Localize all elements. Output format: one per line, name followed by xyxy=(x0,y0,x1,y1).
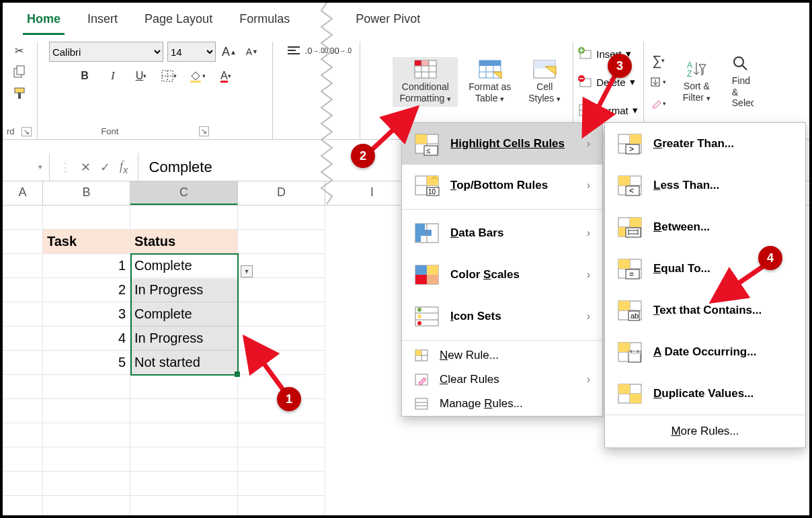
borders-button[interactable]: ▾ xyxy=(160,67,179,85)
menu-data-bars[interactable]: Data Bars › xyxy=(402,212,602,254)
col-header-D[interactable]: D xyxy=(238,181,325,205)
table-row[interactable]: Complete xyxy=(130,302,238,327)
cancel-formula-icon[interactable]: ✕ xyxy=(81,160,91,175)
clipboard-launcher[interactable]: rd ↘ xyxy=(7,122,32,139)
menu-manage-rules[interactable]: Manage Rules... xyxy=(402,392,602,416)
cell-task-header[interactable]: Task xyxy=(43,230,130,254)
align-left-icon[interactable] xyxy=(284,42,303,59)
chevron-right-icon: › xyxy=(587,138,590,150)
date-occurring-icon xyxy=(617,341,643,363)
svg-rect-111 xyxy=(618,343,630,352)
cell-status-header[interactable]: Status xyxy=(130,230,238,254)
tab-home[interactable]: Home xyxy=(23,9,65,35)
tab-formulas[interactable]: Formulas xyxy=(235,9,294,35)
svg-rect-69 xyxy=(415,350,421,355)
insert-cells-icon xyxy=(579,48,592,60)
conditional-formatting-icon xyxy=(414,60,437,79)
menu-new-rule[interactable]: New Rule... xyxy=(402,343,602,368)
menu-color-scales[interactable]: Color Scales › xyxy=(402,254,602,296)
menu-between[interactable]: Between... xyxy=(605,206,805,248)
table-row[interactable]: 5 xyxy=(43,351,130,375)
svg-rect-2 xyxy=(15,88,24,93)
svg-rect-57 xyxy=(427,265,438,275)
decrease-font-icon[interactable]: A▼ xyxy=(243,43,261,60)
find-icon xyxy=(732,55,749,73)
font-name-select[interactable]: Calibri xyxy=(49,42,163,62)
enter-formula-icon[interactable]: ✓ xyxy=(100,160,110,175)
copy-icon[interactable] xyxy=(10,63,29,81)
formula-value[interactable]: Complete xyxy=(138,159,223,176)
menu-date-occurring[interactable]: A Date Occurring... xyxy=(605,331,805,373)
underline-button[interactable]: U ▾ xyxy=(132,67,151,85)
bold-button[interactable]: B xyxy=(75,67,94,85)
table-row[interactable]: Complete xyxy=(130,254,238,278)
clear-rules-icon xyxy=(414,373,429,386)
text-contains-icon: ab xyxy=(617,299,643,322)
svg-rect-13 xyxy=(422,60,429,66)
col-header-C[interactable]: C xyxy=(130,181,238,205)
dropdown-handle[interactable]: ▼ xyxy=(241,265,253,277)
new-rule-icon xyxy=(414,349,429,362)
table-row[interactable]: 3 xyxy=(43,302,130,327)
col-header-B[interactable]: B xyxy=(43,181,130,205)
increase-font-icon[interactable]: A▲ xyxy=(220,43,239,60)
menu-highlight-cells-rules[interactable]: ≤ Highlight Cells Rules › xyxy=(402,123,602,165)
svg-rect-59 xyxy=(427,275,438,284)
clear-icon[interactable]: ▾ xyxy=(649,95,668,112)
col-header-A[interactable]: A xyxy=(3,181,43,205)
chevron-right-icon: › xyxy=(587,227,590,239)
fx-icon[interactable]: fx xyxy=(120,159,128,175)
menu-clear-rules[interactable]: Clear Rules › xyxy=(402,368,602,392)
menu-more-rules[interactable]: More Rules... xyxy=(605,415,805,447)
table-row[interactable]: 2 xyxy=(43,278,130,302)
chevron-right-icon: › xyxy=(587,374,590,386)
svg-rect-58 xyxy=(415,275,427,284)
menu-less-than[interactable]: < Less Than... xyxy=(605,165,805,206)
format-cells-button[interactable]: Format ▾ xyxy=(579,98,638,122)
svg-point-65 xyxy=(417,321,421,325)
svg-rect-33 xyxy=(652,106,655,109)
cut-icon[interactable]: ✂ xyxy=(10,42,29,59)
menu-text-contains[interactable]: ab Text that Contains... xyxy=(605,290,805,331)
menu-top-bottom-rules[interactable]: 10 Top/Bottom Rules › xyxy=(402,165,602,206)
format-painter-icon[interactable] xyxy=(10,85,29,102)
italic-button[interactable]: I xyxy=(104,67,122,85)
autosum-icon[interactable]: ∑ ▾ xyxy=(649,52,668,69)
fill-color-button[interactable]: ▾ xyxy=(188,67,207,85)
formula-vsep: ⋮ xyxy=(59,160,71,175)
font-launcher[interactable]: ↘ xyxy=(199,126,209,136)
table-row[interactable]: 1 xyxy=(43,254,130,278)
table-row[interactable]: 4 xyxy=(43,327,130,351)
col-header-I[interactable]: I xyxy=(332,181,413,205)
svg-rect-99 xyxy=(618,259,630,269)
tab-insert[interactable]: Insert xyxy=(83,9,122,35)
fill-icon[interactable]: ▾ xyxy=(649,73,668,91)
table-row[interactable]: In Progress xyxy=(130,327,238,351)
svg-rect-41 xyxy=(415,134,427,144)
conditional-formatting-button[interactable]: Conditional Formatting ▾ xyxy=(393,57,458,107)
font-size-select[interactable]: 14 xyxy=(167,42,216,62)
decrease-decimal-icon[interactable]: .0→.00 xyxy=(307,42,326,59)
svg-text:A: A xyxy=(687,60,692,70)
tab-power-pivot[interactable]: Power Pivot xyxy=(352,9,424,35)
svg-rect-3 xyxy=(18,93,21,99)
menu-greater-than[interactable]: > Greater Than... xyxy=(605,123,805,165)
data-bars-icon xyxy=(414,222,440,245)
format-as-table-icon xyxy=(479,60,501,79)
increase-decimal-icon[interactable]: .00→.0 xyxy=(330,42,349,59)
svg-rect-53 xyxy=(415,236,421,242)
name-box[interactable]: ▾ xyxy=(3,153,50,181)
svg-text:<: < xyxy=(629,186,634,196)
tab-page-layout[interactable]: Page Layout xyxy=(140,9,216,35)
table-row[interactable]: In Progress xyxy=(130,278,238,302)
font-color-button[interactable]: A ▾ xyxy=(216,67,235,85)
find-select-button[interactable]: Find & Select xyxy=(725,52,754,112)
sort-filter-button[interactable]: AZ Sort & Filter ▾ xyxy=(676,58,717,106)
cell-styles-button[interactable]: Cell Styles ▾ xyxy=(522,57,567,107)
cell-styles-icon xyxy=(533,60,556,79)
table-row[interactable]: Not started xyxy=(130,351,238,375)
format-as-table-button[interactable]: Format as Table ▾ xyxy=(462,57,518,107)
menu-duplicate-values[interactable]: Duplicate Values... xyxy=(605,373,805,415)
menu-icon-sets[interactable]: Icon Sets › xyxy=(402,296,602,337)
svg-point-36 xyxy=(734,57,743,67)
